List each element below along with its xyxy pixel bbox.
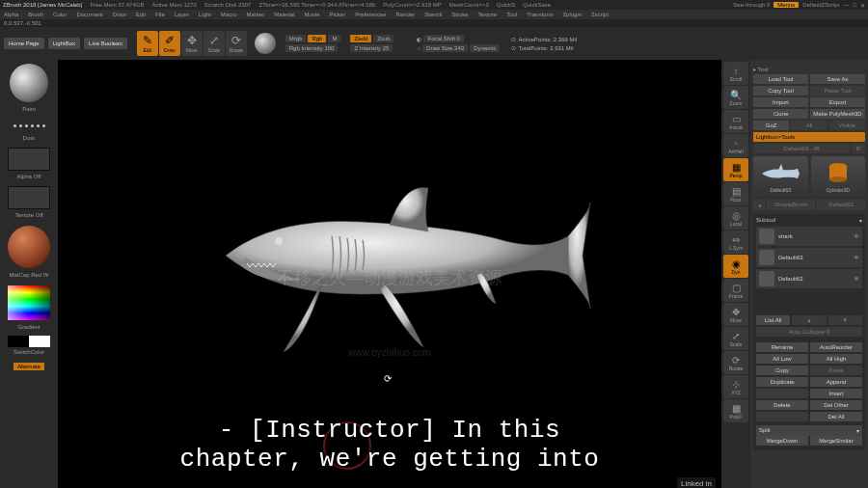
auto-collapse-slider[interactable]: Auto Collapse 0 xyxy=(756,327,862,337)
window-close-icon[interactable]: ✕ xyxy=(860,2,865,9)
goz-all-button[interactable]: All xyxy=(791,121,827,130)
menu-material[interactable]: Material xyxy=(274,12,294,17)
clone-button[interactable]: Clone xyxy=(753,109,808,119)
insert-button[interactable]: Insert xyxy=(810,389,862,398)
dynamic-button[interactable]: Dynamic xyxy=(470,44,500,52)
load-tool-button[interactable]: Load Tool xyxy=(753,74,808,84)
persp-button[interactable]: ▦Persp xyxy=(723,158,748,181)
all-high-button[interactable]: All High xyxy=(810,354,862,364)
aahalf-button[interactable]: ▫AAHalf xyxy=(723,134,748,157)
menus-button[interactable]: Menus xyxy=(773,2,799,8)
menu-light[interactable]: Light xyxy=(199,12,211,17)
live-boolean-button[interactable]: Live Boolean xyxy=(84,38,127,49)
focal-shift-slider[interactable]: Focal Shift 0 xyxy=(423,35,463,42)
window-maximize-icon[interactable]: □ xyxy=(853,2,856,8)
r-button[interactable]: R xyxy=(852,144,865,153)
gyro-icon[interactable] xyxy=(255,33,276,54)
menu-preferences[interactable]: Preferences xyxy=(355,12,386,17)
menu-document[interactable]: Document xyxy=(76,12,102,17)
lightbox-tools-button[interactable]: Lightbox>Tools xyxy=(753,132,865,142)
subtool-header-label[interactable]: Subtool xyxy=(756,217,775,224)
gradient-button[interactable]: Gradient xyxy=(17,324,40,330)
lsym-button[interactable]: ⇔L.Sym xyxy=(723,230,748,254)
zoom-button[interactable]: 🔍Zoom xyxy=(723,86,748,109)
tool-tile-cylinder[interactable]: Cylinder3D xyxy=(811,156,866,197)
list-all-button[interactable]: List All xyxy=(756,315,790,325)
floor-button[interactable]: ▤Floor xyxy=(723,182,748,205)
duplicate-button[interactable]: Duplicate xyxy=(756,377,808,387)
menu-stroke[interactable]: Stroke xyxy=(451,12,468,17)
menu-edit[interactable]: Edit xyxy=(136,12,146,17)
material-thumbnail[interactable] xyxy=(8,226,50,268)
menu-brush[interactable]: Brush xyxy=(28,12,43,17)
menu-file[interactable]: File xyxy=(155,12,165,17)
zscript-label[interactable]: DefaultZScript xyxy=(802,2,839,8)
menu-movie[interactable]: Movie xyxy=(305,12,320,17)
menu-macro[interactable]: Macro xyxy=(221,12,237,17)
auto-reorder-button[interactable]: AutoReorder xyxy=(810,342,862,352)
m-button[interactable]: M xyxy=(328,35,340,42)
goz-visible-button[interactable]: Visible xyxy=(829,121,865,130)
scale-button[interactable]: ⤢Scale xyxy=(723,327,748,350)
menu-texture[interactable]: Texture xyxy=(478,12,498,17)
texture-thumbnail[interactable] xyxy=(8,186,50,209)
simple-brush-label[interactable]: SimpleBrush xyxy=(767,200,815,210)
delete-button[interactable]: Delete xyxy=(756,400,808,410)
window-minimize-icon[interactable]: — xyxy=(843,2,849,8)
prev-tool-icon[interactable]: ◂ xyxy=(753,200,765,210)
scale-mode-button[interactable]: ⤢Scale xyxy=(203,31,225,56)
menu-render[interactable]: Render xyxy=(396,12,416,17)
menu-zplugin[interactable]: Zplugin xyxy=(562,12,582,17)
stat-quicksave[interactable]: QuickSave xyxy=(523,2,551,8)
menu-alpha[interactable]: Alpha xyxy=(4,12,18,17)
copy-tool-button[interactable]: Copy Tool xyxy=(753,86,808,95)
rotate-mode-button[interactable]: ⟳Rotate xyxy=(226,31,247,56)
save-as-button[interactable]: Save As xyxy=(810,74,865,84)
visibility-icon[interactable]: 👁 xyxy=(854,276,859,282)
menu-tool[interactable]: Tool xyxy=(506,12,517,17)
goz-button[interactable]: GoZ xyxy=(753,121,789,130)
home-page-button[interactable]: Home Page xyxy=(4,38,44,49)
local-button[interactable]: ◎Local xyxy=(723,206,748,230)
subtool-item-default63[interactable]: Default63 👁 xyxy=(756,248,862,267)
zadd-button[interactable]: Zadd xyxy=(350,35,371,42)
menu-marker[interactable]: Marker xyxy=(246,12,264,17)
merge-down-button[interactable]: MergeDown xyxy=(756,436,808,446)
merge-similar-button[interactable]: MergeSimilar xyxy=(810,436,862,446)
move-mode-button[interactable]: ✥Move xyxy=(181,31,203,56)
draw-mode-button[interactable]: ✐Draw xyxy=(159,31,180,56)
make-polymesh-button[interactable]: Make PolyMesh3D xyxy=(810,109,865,119)
menu-picker[interactable]: Picker xyxy=(330,12,346,17)
arrow-down-icon[interactable]: ▼ xyxy=(828,315,862,325)
switch-color-label[interactable]: SwitchColor xyxy=(14,349,44,355)
edit-mode-button[interactable]: ✎Edit xyxy=(137,31,158,56)
split-section[interactable]: Split▾ xyxy=(756,425,862,436)
stroke-thumbnail[interactable] xyxy=(7,118,51,133)
all-low-button[interactable]: All Low xyxy=(756,354,808,364)
lightbox-button[interactable]: LightBox xyxy=(48,38,80,49)
paste-tool-button[interactable]: Paste Tool xyxy=(810,86,865,95)
rgb-button[interactable]: Rgb xyxy=(308,35,326,42)
color-picker[interactable] xyxy=(8,285,50,320)
subtool-collapse-icon[interactable]: ▾ xyxy=(859,217,862,224)
append-button[interactable]: Append xyxy=(810,377,862,387)
rgb-intensity-slider[interactable]: Rgb Intensity 100 xyxy=(285,44,339,52)
arrow-up-icon[interactable]: ▲ xyxy=(792,315,826,325)
export-button[interactable]: Export xyxy=(810,97,865,107)
del-other-button[interactable]: Del Other xyxy=(810,400,862,410)
polyf-button[interactable]: ▦PolyF xyxy=(723,399,748,422)
menu-zscript[interactable]: Zscript xyxy=(591,12,609,17)
menu-transform[interactable]: Transform xyxy=(527,12,553,17)
actual-button[interactable]: ▭Actual xyxy=(723,110,748,133)
rename-button[interactable]: Rename xyxy=(756,342,808,352)
mrgb-button[interactable]: Mrgb xyxy=(285,35,307,42)
switch-color-swatch[interactable] xyxy=(8,336,50,347)
menu-color[interactable]: Color xyxy=(53,12,67,17)
zsub-button[interactable]: Zsub xyxy=(373,35,393,42)
menu-draw[interactable]: Draw xyxy=(113,12,126,17)
brush-thumbnail[interactable] xyxy=(10,64,48,102)
move-button[interactable]: ✥Move xyxy=(723,303,748,326)
viewport[interactable]: ⟳ 不移之火—动漫游戏美术资源 www.byzhihuo.com - [Inst… xyxy=(58,60,721,488)
subtool-item-shark[interactable]: shark 👁 xyxy=(756,227,862,246)
draw-size-slider[interactable]: Draw Size 243 xyxy=(422,44,468,52)
